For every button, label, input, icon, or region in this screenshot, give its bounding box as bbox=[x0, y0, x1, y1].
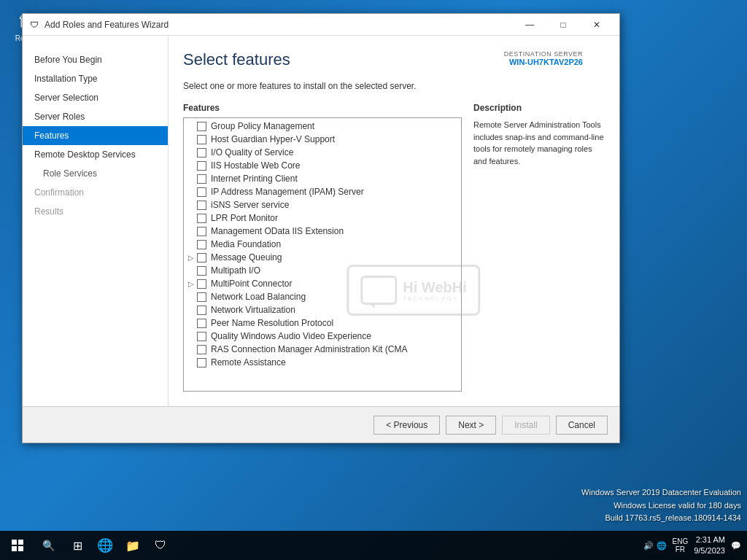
feature-iis-web-core[interactable]: IIS Hostable Web Core bbox=[184, 159, 461, 172]
start-button[interactable] bbox=[0, 531, 35, 560]
taskbar-icons: ⊞ 🌐 📁 🛡 bbox=[64, 531, 174, 560]
checkbox-lpr-port[interactable] bbox=[197, 214, 206, 223]
feature-media-foundation[interactable]: Media Foundation bbox=[184, 238, 461, 251]
sidebar-item-remote-desktop[interactable]: Remote Desktop Services bbox=[23, 145, 168, 164]
close-button[interactable]: ✕ bbox=[580, 14, 614, 36]
checkbox-group-policy[interactable] bbox=[197, 122, 206, 131]
taskbar-app-icon-1[interactable]: ⊞ bbox=[64, 531, 90, 560]
checkbox-media-foundation[interactable] bbox=[197, 240, 206, 249]
server-info-line2: Windows License valid for 180 days bbox=[581, 499, 741, 513]
feature-peer-name[interactable]: Peer Name Resolution Protocol bbox=[184, 316, 461, 330]
checkbox-iis-web-core[interactable] bbox=[197, 161, 206, 171]
checkbox-nlb[interactable] bbox=[197, 292, 206, 302]
feature-ras-cma[interactable]: RAS Connection Manager Administration Ki… bbox=[184, 343, 461, 356]
feature-mgmt-odata[interactable]: Management OData IIS Extension bbox=[184, 225, 461, 238]
feature-name: RAS Connection Manager Administration Ki… bbox=[211, 344, 407, 354]
cancel-button[interactable]: Cancel bbox=[556, 416, 608, 435]
feature-name: iSNS Server service bbox=[211, 200, 289, 210]
feature-name: Remote Assistance bbox=[211, 357, 286, 368]
feature-name: Host Guardian Hyper-V Support bbox=[211, 134, 335, 144]
server-info: Windows Server 2019 Datacenter Evaluatio… bbox=[581, 486, 741, 525]
checkbox-ras-cma[interactable] bbox=[197, 345, 206, 354]
sidebar-item-features[interactable]: Features bbox=[23, 126, 168, 145]
expand-icon[interactable]: ▷ bbox=[188, 280, 197, 288]
expander bbox=[188, 228, 197, 236]
expander bbox=[188, 293, 197, 301]
feature-name: Network Virtualization bbox=[211, 305, 295, 315]
expander bbox=[188, 332, 197, 341]
features-label: Features bbox=[183, 103, 462, 113]
sidebar-item-before-begin[interactable]: Before You Begin bbox=[23, 50, 168, 69]
bottom-bar: < Previous Next > Install Cancel bbox=[23, 406, 619, 443]
checkbox-ipam[interactable] bbox=[197, 187, 206, 197]
feature-ipam[interactable]: IP Address Management (IPAM) Server bbox=[184, 185, 461, 198]
expander bbox=[188, 306, 197, 314]
feature-network-virt[interactable]: Network Virtualization bbox=[184, 303, 461, 316]
expand-icon[interactable]: ▷ bbox=[188, 254, 197, 262]
checkbox-internet-printing[interactable] bbox=[197, 174, 206, 184]
taskbar-folder-icon[interactable]: 📁 bbox=[120, 531, 146, 560]
wizard-window: 🛡 Add Roles and Features Wizard — □ ✕ Be… bbox=[22, 13, 620, 443]
feature-qwave[interactable]: Quality Windows Audio Video Experience bbox=[184, 330, 461, 343]
search-button[interactable]: 🔍 bbox=[35, 531, 61, 560]
taskbar-time: 2:31 AM 9/5/2023 bbox=[694, 534, 725, 557]
sidebar-item-results: Results bbox=[23, 202, 168, 221]
features-list[interactable]: Group Policy Management Host Guardian Hy… bbox=[184, 118, 461, 391]
checkbox-mgmt-odata[interactable] bbox=[197, 227, 206, 236]
checkbox-multipath-io[interactable] bbox=[197, 266, 206, 276]
expander bbox=[188, 359, 197, 367]
feature-io-qos[interactable]: I/O Quality of Service bbox=[184, 146, 461, 159]
window-title: Add Roles and Features Wizard bbox=[44, 20, 513, 30]
checkbox-io-qos[interactable] bbox=[197, 148, 206, 158]
previous-button[interactable]: < Previous bbox=[374, 416, 440, 435]
checkbox-qwave[interactable] bbox=[197, 332, 206, 341]
feature-name: Network Load Balancing bbox=[211, 292, 306, 302]
checkbox-network-virt[interactable] bbox=[197, 306, 206, 315]
instruction-text: Select one or more features to install o… bbox=[183, 81, 605, 91]
feature-name: LPR Port Monitor bbox=[211, 213, 278, 223]
feature-multipath-io[interactable]: Multipath I/O bbox=[184, 264, 461, 277]
feature-isns[interactable]: iSNS Server service bbox=[184, 198, 461, 211]
feature-remote-assistance[interactable]: Remote Assistance bbox=[184, 356, 461, 369]
feature-message-queuing[interactable]: ▷ Message Queuing bbox=[184, 251, 461, 264]
taskbar-lang[interactable]: ENG FR bbox=[673, 537, 689, 553]
feature-name: Internet Printing Client bbox=[211, 174, 298, 184]
checkbox-peer-name[interactable] bbox=[197, 319, 206, 328]
checkbox-multipoint-connector[interactable] bbox=[197, 279, 206, 289]
checkbox-message-queuing[interactable] bbox=[197, 253, 206, 262]
install-button: Install bbox=[502, 416, 549, 435]
sidebar-item-server-select[interactable]: Server Selection bbox=[23, 88, 168, 107]
taskbar-ie-icon[interactable]: 🌐 bbox=[92, 531, 118, 560]
sidebar-item-role-services[interactable]: Role Services bbox=[23, 164, 168, 183]
taskbar-wizard-icon[interactable]: 🛡 bbox=[147, 531, 174, 560]
feature-group-policy[interactable]: Group Policy Management bbox=[184, 120, 461, 133]
maximize-button[interactable]: □ bbox=[546, 14, 580, 36]
notification-icon[interactable]: 💬 bbox=[731, 541, 741, 551]
checkbox-isns[interactable] bbox=[197, 201, 206, 210]
description-title: Description bbox=[473, 103, 605, 113]
minimize-button[interactable]: — bbox=[513, 14, 546, 36]
expander bbox=[188, 319, 197, 327]
feature-internet-printing[interactable]: Internet Printing Client bbox=[184, 172, 461, 185]
time-display: 2:31 AM bbox=[694, 534, 725, 545]
checkbox-remote-assistance[interactable] bbox=[197, 358, 206, 368]
sidebar-item-server-roles[interactable]: Server Roles bbox=[23, 107, 168, 126]
checkbox-host-guardian[interactable] bbox=[197, 135, 206, 144]
feature-multipoint-connector[interactable]: ▷ MultiPoint Connector bbox=[184, 277, 461, 290]
feature-lpr-port-monitor[interactable]: LPR Port Monitor bbox=[184, 211, 461, 225]
expander bbox=[188, 241, 197, 249]
svg-rect-0 bbox=[12, 540, 17, 545]
sidebar: Before You Begin Installation Type Serve… bbox=[23, 36, 169, 406]
feature-name: Group Policy Management bbox=[211, 121, 314, 131]
volume-icon[interactable]: 🔊 bbox=[643, 541, 654, 551]
svg-rect-2 bbox=[12, 546, 17, 551]
window-icon: 🛡 bbox=[28, 19, 40, 31]
description-panel: Description Remote Server Administration… bbox=[473, 103, 605, 392]
sidebar-item-install-type[interactable]: Installation Type bbox=[23, 69, 168, 88]
network-icon[interactable]: 🌐 bbox=[657, 541, 667, 551]
feature-host-guardian[interactable]: Host Guardian Hyper-V Support bbox=[184, 133, 461, 146]
feature-name: IIS Hostable Web Core bbox=[211, 160, 301, 171]
feature-nlb[interactable]: Network Load Balancing bbox=[184, 290, 461, 303]
main-content: DESTINATION SERVER WIN-UH7KTAV2P26 Selec… bbox=[169, 36, 619, 406]
next-button[interactable]: Next > bbox=[446, 416, 496, 435]
